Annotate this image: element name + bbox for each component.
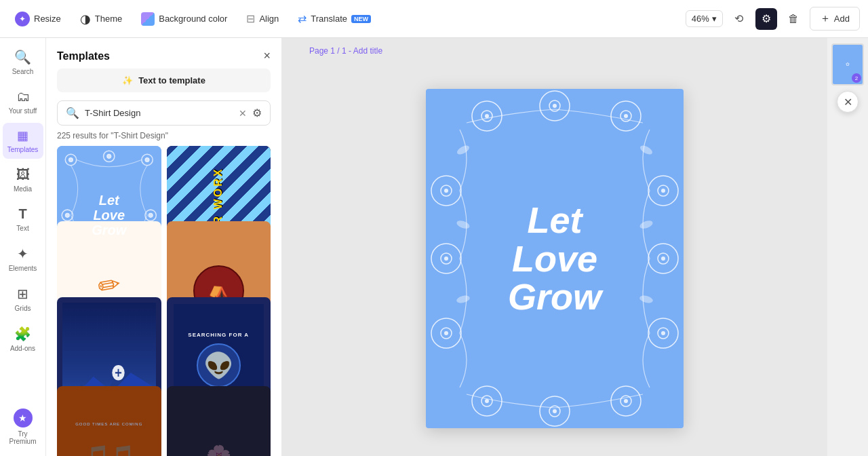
search-bar: 🔍 ✕ ⚙ (57, 100, 271, 126)
svg-point-62 (639, 294, 654, 305)
svg-point-9 (107, 154, 111, 158)
svg-point-23 (485, 114, 489, 118)
align-label: Align (259, 14, 279, 24)
sidebar-item-media-label: Media (14, 185, 32, 193)
zoom-level: 46% (692, 14, 709, 24)
theme-button[interactable]: ◑ Theme (73, 7, 129, 31)
canvas-text-line3: Grow (508, 276, 601, 317)
search-icon-panel: 🔍 (66, 107, 79, 119)
results-count: 225 results for "T-Shirt Design" (46, 131, 281, 146)
svg-point-50 (661, 189, 665, 193)
resize-button[interactable]: ✦ Resize (8, 7, 68, 31)
text-to-template-button[interactable]: ✨ Text to template (57, 69, 271, 92)
page-label: Page 1 / 1 - Add title (309, 46, 382, 56)
premium-icon: ★ (14, 408, 33, 428)
sidebar-item-templates[interactable]: ▦ Templates (3, 123, 43, 159)
grids-icon: ⊞ (17, 286, 28, 302)
svg-point-47 (444, 331, 448, 335)
chevron-down-icon: ▾ (712, 14, 717, 24)
canvas-card[interactable]: Let Love Grow (426, 89, 684, 428)
sidebar-item-your-stuff-label: Your stuff (9, 107, 37, 115)
sidebar-item-media[interactable]: 🖼 Media (3, 162, 43, 198)
sidebar-item-templates-label: Templates (7, 146, 39, 153)
svg-point-15 (149, 213, 153, 217)
close-float-button[interactable]: ✕ (837, 91, 859, 113)
zoom-control[interactable]: 46% ▾ (686, 10, 723, 27)
align-button[interactable]: ⊟ Align (239, 8, 285, 29)
filter-button[interactable]: ⚙ (252, 107, 262, 119)
sidebar-item-your-stuff[interactable]: 🗂 Your stuff (3, 83, 43, 120)
elements-icon: ✦ (17, 246, 28, 262)
try-premium-button[interactable]: ★ Try Premium (3, 403, 43, 451)
canvas-content: Let Love Grow (426, 89, 684, 428)
settings-button[interactable]: ⚙ (755, 8, 777, 30)
canvas-text-line1: Let (527, 200, 582, 240)
templates-panel: Templates × ✨ Text to template 🔍 ✕ ⚙ 225… (46, 38, 282, 456)
background-color-label: Background color (159, 14, 227, 24)
canvas-area: Page 1 / 1 - Add title (282, 38, 827, 456)
sidebar-item-text[interactable]: T Text (3, 201, 43, 238)
plus-icon: ＋ (820, 12, 831, 26)
new-badge: NEW (351, 15, 371, 23)
template-card-8[interactable]: 🌸 (167, 386, 271, 456)
svg-point-60 (639, 144, 654, 157)
sidebar: 🔍 Search 🗂 Your stuff ▦ Templates 🖼 Medi… (0, 38, 46, 456)
translate-button[interactable]: ⇄ Translate NEW (291, 8, 378, 29)
text-icon: T (18, 206, 26, 222)
svg-point-32 (485, 399, 489, 403)
canvas-text-line2: Love (512, 238, 597, 279)
search-clear-button[interactable]: ✕ (239, 108, 247, 119)
svg-point-29 (624, 114, 628, 118)
page-thumbnail[interactable]: ✿ 2 (831, 43, 864, 86)
search-icon: 🔍 (14, 49, 31, 65)
align-icon: ⊟ (246, 12, 255, 25)
main-area: 🔍 Search 🗂 Your stuff ▦ Templates 🖼 Medi… (0, 38, 868, 456)
translate-icon: ⇄ (298, 12, 307, 25)
media-icon: 🖼 (16, 167, 30, 183)
background-color-button[interactable]: Background color (134, 8, 234, 30)
sidebar-item-grids[interactable]: ⊞ Grids (3, 280, 43, 318)
sidebar-item-add-ons[interactable]: 🧩 Add-ons (3, 320, 43, 358)
canvas-main-text[interactable]: Let Love Grow (508, 201, 601, 316)
page-number: Page 1 / 1 (309, 46, 347, 56)
search-input[interactable] (85, 108, 233, 118)
templates-icon: ▦ (17, 128, 28, 143)
theme-label: Theme (95, 14, 122, 24)
sidebar-item-search[interactable]: 🔍 Search (3, 43, 43, 81)
text-to-template-label: Text to template (138, 75, 205, 86)
template-card-7[interactable]: 🎵🎵 (57, 386, 161, 456)
svg-point-26 (553, 104, 557, 108)
svg-point-57 (456, 144, 471, 157)
panel-header: Templates × (46, 38, 281, 69)
templates-grid: LetLoveGrow WATER WORX ✏ CITY ROCK GYM (46, 146, 281, 456)
svg-point-58 (456, 219, 471, 230)
svg-point-1 (68, 157, 73, 162)
svg-point-41 (444, 189, 448, 193)
sidebar-item-add-ons-label: Add-ons (10, 345, 35, 352)
add-button[interactable]: ＋ Add (810, 7, 860, 31)
undo-button[interactable]: ⟲ (728, 8, 750, 30)
resize-icon: ✦ (15, 12, 30, 26)
toolbar: ✦ Resize ◑ Theme Background color ⊟ Alig… (0, 0, 868, 38)
svg-point-3 (145, 157, 149, 162)
svg-point-13 (65, 213, 69, 217)
translate-label: Translate (311, 14, 347, 24)
add-ons-icon: 🧩 (14, 326, 31, 342)
right-panel: ✿ 2 ✕ (827, 38, 868, 456)
wand-icon: ✨ (122, 75, 133, 86)
close-panel-button[interactable]: × (263, 49, 271, 63)
sidebar-item-text-label: Text (16, 225, 28, 232)
sidebar-item-search-label: Search (12, 68, 34, 75)
svg-point-56 (661, 331, 665, 335)
panel-title: Templates (57, 50, 110, 62)
add-title-link[interactable]: Add title (353, 46, 382, 56)
svg-point-59 (456, 294, 471, 305)
delete-button[interactable]: 🗑 (783, 8, 804, 30)
svg-point-61 (639, 219, 654, 230)
sidebar-item-grids-label: Grids (15, 305, 31, 312)
page-number-badge: 2 (852, 73, 861, 83)
theme-icon: ◑ (80, 12, 91, 26)
svg-point-53 (661, 256, 665, 261)
sidebar-item-elements[interactable]: ✦ Elements (3, 240, 43, 278)
svg-point-44 (444, 256, 448, 261)
